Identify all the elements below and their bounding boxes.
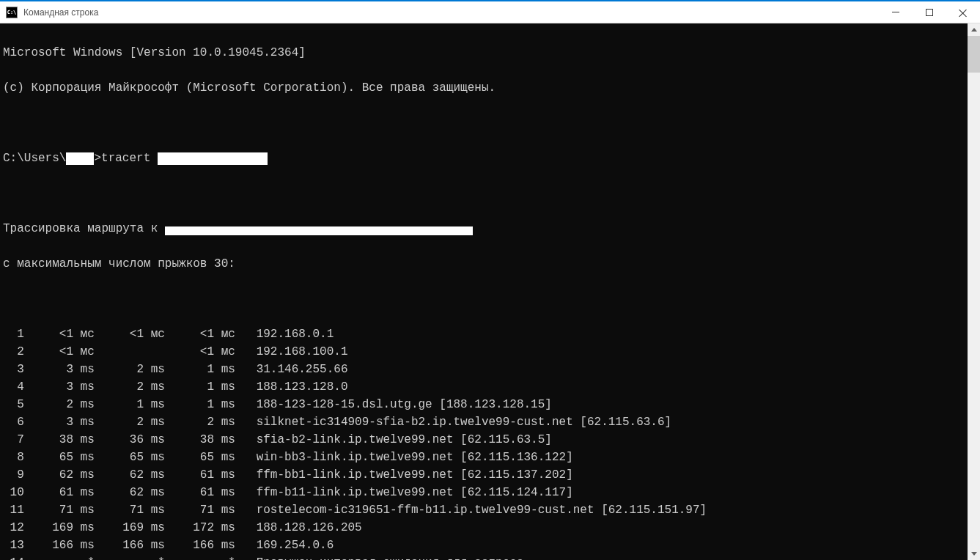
chevron-up-icon: [971, 28, 977, 32]
hop-host: rostelecom-ic319651-ffm-b11.ip.twelve99-…: [257, 504, 707, 517]
trace-header-2: с максимальным числом прыжков 30:: [3, 255, 977, 273]
prompt-line: C:\Users\>tracert: [3, 150, 977, 167]
hop-row: 7 38 ms 36 ms 38 ms sfia-b2-link.ip.twel…: [3, 431, 977, 449]
hop-host: 31.146.255.66: [257, 363, 348, 376]
banner-line-1: Microsoft Windows [Version 10.0.19045.23…: [3, 44, 977, 62]
hop-row: 2 <1 мс <1 мс 192.168.100.1: [3, 343, 977, 361]
titlebar[interactable]: C:\ Командная строка: [0, 1, 980, 23]
hop-row: 13 166 ms 166 ms 166 ms 169.254.0.6: [3, 537, 977, 554]
blank-line: [3, 185, 977, 202]
hop-row: 11 71 ms 71 ms 71 ms rostelecom-ic319651…: [3, 501, 977, 519]
terminal-content[interactable]: Microsoft Windows [Version 10.0.19045.23…: [0, 23, 980, 560]
window-title: Командная строка: [23, 7, 879, 18]
terminal-area[interactable]: Microsoft Windows [Version 10.0.19045.23…: [0, 23, 980, 560]
chevron-down-icon: [971, 552, 977, 556]
hop-host: 169.254.0.6: [257, 539, 334, 552]
hops-list: 1 <1 мс <1 мс <1 мс 192.168.0.1 2 <1 мс …: [3, 325, 977, 560]
minimize-button[interactable]: [879, 1, 913, 23]
hop-host: 188.123.128.0: [257, 380, 348, 394]
banner-line-2: (c) Корпорация Майкрософт (Microsoft Cor…: [3, 79, 977, 97]
hop-host: Превышен интервал ожидания для запроса.: [257, 556, 531, 560]
trace-header-1: Трассировка маршрута к: [3, 220, 977, 237]
scrollbar-thumb[interactable]: [968, 36, 980, 73]
maximize-button[interactable]: [913, 1, 946, 23]
redacted-target-resolved: [165, 226, 473, 235]
hop-row: 3 3 ms 2 ms 1 ms 31.146.255.66: [3, 361, 977, 378]
hop-row: 5 2 ms 1 ms 1 ms 188-123-128-15.dsl.utg.…: [3, 396, 977, 413]
hop-host: 192.168.0.1: [257, 328, 334, 341]
vertical-scrollbar[interactable]: [968, 23, 980, 560]
hop-host: win-bb3-link.ip.twelve99.net [62.115.136…: [257, 451, 573, 464]
scroll-down-button[interactable]: [968, 548, 980, 560]
hop-host: ffm-bb1-link.ip.twelve99.net [62.115.137…: [257, 468, 573, 482]
blank-line: [3, 114, 977, 132]
hop-row: 12 169 ms 169 ms 172 ms 188.128.126.205: [3, 519, 977, 537]
minimize-icon: [892, 12, 899, 12]
scroll-up-button[interactable]: [968, 23, 980, 36]
hop-row: 14 * * * Превышен интервал ожидания для …: [3, 554, 977, 560]
hop-row: 4 3 ms 2 ms 1 ms 188.123.128.0: [3, 378, 977, 396]
hop-host: silknet-ic314909-sfia-b2.ip.twelve99-cus…: [257, 416, 672, 429]
hop-host: 188-123-128-15.dsl.utg.ge [188.123.128.1…: [257, 398, 552, 411]
close-button[interactable]: [946, 1, 980, 23]
hop-row: 1 <1 мс <1 мс <1 мс 192.168.0.1: [3, 325, 977, 343]
cmd-icon: C:\: [6, 7, 18, 18]
blank-line: [3, 290, 977, 308]
hop-host: ffm-b11-link.ip.twelve99.net [62.115.124…: [257, 486, 573, 499]
hop-row: 8 65 ms 65 ms 65 ms win-bb3-link.ip.twel…: [3, 449, 977, 466]
redacted-username: [66, 152, 94, 165]
hop-row: 10 61 ms 62 ms 61 ms ffm-b11-link.ip.twe…: [3, 484, 977, 501]
window-controls: [879, 1, 980, 23]
hop-row: 6 3 ms 2 ms 2 ms silknet-ic314909-sfia-b…: [3, 413, 977, 431]
hop-host: sfia-b2-link.ip.twelve99.net [62.115.63.…: [257, 433, 552, 446]
redacted-target: [158, 152, 268, 165]
hop-host: 192.168.100.1: [257, 345, 348, 358]
hop-row: 9 62 ms 62 ms 61 ms ffm-bb1-link.ip.twel…: [3, 466, 977, 484]
hop-host: 188.128.126.205: [257, 521, 362, 534]
scrollbar-track[interactable]: [968, 36, 980, 548]
close-icon: [959, 8, 968, 17]
maximize-icon: [926, 9, 933, 16]
